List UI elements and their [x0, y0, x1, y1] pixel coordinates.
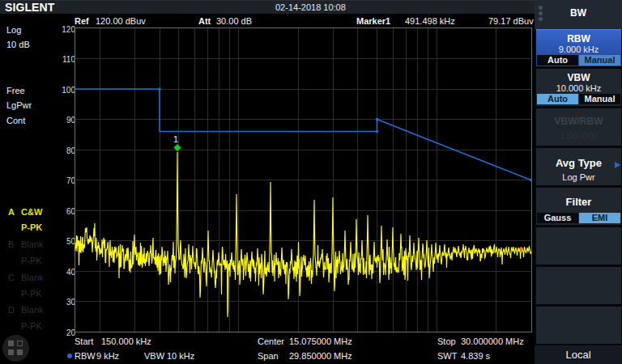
- svg-text:1: 1: [173, 134, 178, 144]
